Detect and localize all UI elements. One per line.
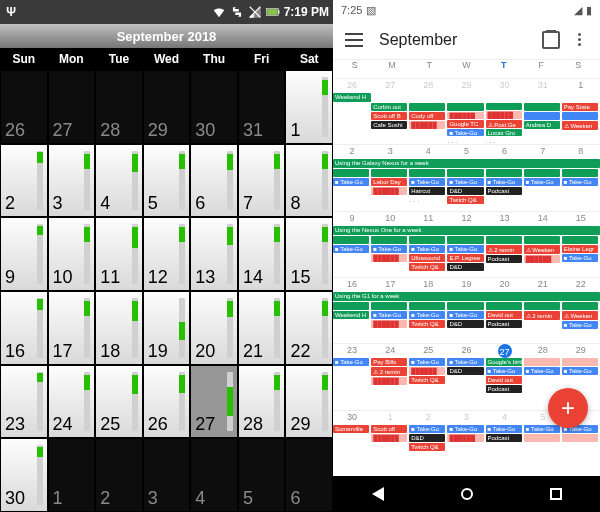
event-chip[interactable]: Podcast (486, 434, 522, 442)
event-chip[interactable]: ■ Take-Go (486, 367, 522, 375)
day-cell[interactable]: 27 (191, 366, 237, 438)
event-chip[interactable]: Podcast (486, 187, 522, 195)
event-chip[interactable] (333, 169, 369, 177)
event-chip[interactable]: ⚠ Weeken (562, 311, 598, 320)
day-cell[interactable]: 28 (96, 71, 142, 143)
day-cell[interactable]: 3■ Take-Go██████ (447, 411, 485, 476)
day-cell[interactable]: 2 ■ Take-Go (333, 145, 371, 210)
day-cell[interactable]: 4 ■ Take-GoHaircut... (409, 145, 447, 210)
event-chip[interactable] (562, 236, 598, 244)
event-chip[interactable]: Lucas Gro (486, 129, 522, 136)
event-chip[interactable]: ■ Take-Go (409, 245, 445, 253)
add-event-fab[interactable]: + (548, 388, 588, 428)
event-chip[interactable]: Corbin out (371, 103, 407, 111)
day-cell[interactable]: 7 ■ Take-Go (524, 145, 562, 210)
event-chip[interactable] (409, 236, 445, 244)
event-chip[interactable] (409, 302, 445, 310)
day-cell[interactable]: 27 (49, 71, 95, 143)
day-cell[interactable]: 21 (239, 292, 285, 364)
event-chip[interactable]: Pay Bills (371, 358, 407, 366)
event-chip[interactable]: ■ Take-Go (562, 178, 598, 186)
day-cell[interactable]: 27Corbin outScott off BCafe Sushi (371, 79, 409, 144)
event-chip[interactable] (371, 169, 407, 177)
event-chip[interactable]: D&D (447, 263, 483, 271)
day-cell[interactable]: 8 (286, 145, 332, 217)
day-cell[interactable]: 1 (286, 71, 332, 143)
event-chip[interactable]: Twitch Q& (409, 263, 445, 271)
event-chip[interactable]: Andrea D (524, 121, 560, 129)
event-chip[interactable]: ■ Take-Go (486, 178, 522, 186)
multi-day-event[interactable]: Using the G1 for a week (333, 292, 600, 301)
day-cell[interactable]: 1Scott off██████ (371, 411, 409, 476)
day-cell[interactable]: 26 (333, 79, 371, 144)
event-chip[interactable]: ██████ (371, 187, 407, 195)
day-cell[interactable]: 4 (96, 145, 142, 217)
event-chip[interactable]: Podcast (486, 385, 522, 393)
event-chip[interactable]: ██████ (409, 367, 445, 375)
day-cell[interactable]: 29 ██████Google TC■ Take-Go... (447, 79, 485, 144)
day-cell[interactable]: 10 (49, 218, 95, 290)
event-chip[interactable]: ■ Take-Go (447, 129, 483, 137)
event-chip[interactable]: ■ Take-Go (524, 425, 560, 433)
event-chip[interactable] (447, 169, 483, 177)
day-cell[interactable]: 3 (144, 439, 190, 511)
event-chip[interactable]: ██████ (486, 111, 522, 118)
day-cell[interactable]: 4■ Take-GoPodcast (486, 411, 524, 476)
event-chip[interactable]: D&D (447, 320, 483, 328)
event-chip[interactable]: ■ Take-Go (486, 425, 522, 433)
event-chip[interactable]: Somerville (333, 425, 369, 433)
day-cell[interactable]: 8 ■ Take-Go (562, 145, 600, 210)
event-chip[interactable]: ██████ (371, 254, 407, 262)
event-chip[interactable]: ██████ (409, 121, 445, 129)
day-cell[interactable]: 11 (96, 218, 142, 290)
day-cell[interactable]: 31 Andrea D (524, 79, 562, 144)
day-cell[interactable]: 30 (191, 71, 237, 143)
event-chip[interactable]: Podcast (486, 320, 522, 328)
day-cell[interactable]: 22 ⚠ Weeken■ Take-Go (562, 278, 600, 343)
event-chip[interactable]: ■ Take-Go (562, 254, 598, 262)
event-chip[interactable]: ■ Take-Go (447, 245, 483, 253)
event-chip[interactable]: David out (486, 376, 522, 384)
event-chip[interactable] (524, 358, 560, 366)
day-cell[interactable]: 26■ Take-GoD&D (447, 344, 485, 409)
day-cell[interactable]: 6 (286, 439, 332, 511)
multi-day-event[interactable]: Using the Galaxy Nexus for a week (333, 159, 600, 168)
day-cell[interactable]: 30 ██████⚠ Post GeLucas Gro... (486, 79, 524, 144)
day-cell[interactable]: 16 (1, 292, 47, 364)
event-chip[interactable]: David out (486, 311, 522, 319)
day-cell[interactable]: 14 ⚠ Weeken██████ (524, 212, 562, 277)
event-chip[interactable] (524, 302, 560, 310)
day-cell[interactable]: 15 Elaine Legr■ Take-Go (562, 212, 600, 277)
day-cell[interactable]: 6 ■ Take-GoPodcast (486, 145, 524, 210)
day-cell[interactable]: 5 (144, 145, 190, 217)
event-chip[interactable]: Pay State (562, 103, 598, 111)
more-events-indicator[interactable]: ... (447, 137, 483, 144)
day-cell[interactable]: 27Google's birthday (199■ Take-GoDavid o… (486, 344, 524, 409)
day-cell[interactable]: 2■ Take-GoD&DTwitch Q& (409, 411, 447, 476)
day-cell[interactable]: 30 (1, 439, 47, 511)
day-cell[interactable]: 30Somerville (333, 411, 371, 476)
event-chip[interactable] (333, 236, 369, 244)
event-chip[interactable] (371, 236, 407, 244)
event-chip[interactable]: ██████ (524, 255, 560, 263)
event-chip[interactable]: Ultrasound (409, 254, 445, 262)
event-chip[interactable] (524, 236, 560, 244)
event-chip[interactable]: ■ Take-Go (562, 321, 598, 329)
more-events-indicator[interactable]: ... (486, 137, 522, 144)
event-chip[interactable]: ■ Take-Go (447, 425, 483, 433)
day-cell[interactable]: 18 ■ Take-GoTwitch Q& (409, 278, 447, 343)
day-cell[interactable]: 29 (144, 71, 190, 143)
home-button[interactable] (461, 488, 473, 500)
event-chip[interactable]: ■ Take-Go (409, 358, 445, 366)
today-icon[interactable] (542, 31, 560, 49)
event-chip[interactable]: ■ Take-Go (447, 178, 483, 186)
event-chip[interactable]: Twitch Q& (447, 196, 483, 204)
day-cell[interactable]: 9 ■ Take-Go (333, 212, 371, 277)
event-chip[interactable] (371, 302, 407, 310)
day-cell[interactable]: 6 (191, 145, 237, 217)
event-chip[interactable]: ■ Take-Go (524, 178, 560, 186)
event-chip[interactable]: ██████ (371, 377, 407, 385)
multi-day-event[interactable]: Weekend H (333, 93, 371, 102)
event-chip[interactable]: Twitch Q& (409, 376, 445, 384)
day-cell[interactable]: 2 (1, 145, 47, 217)
